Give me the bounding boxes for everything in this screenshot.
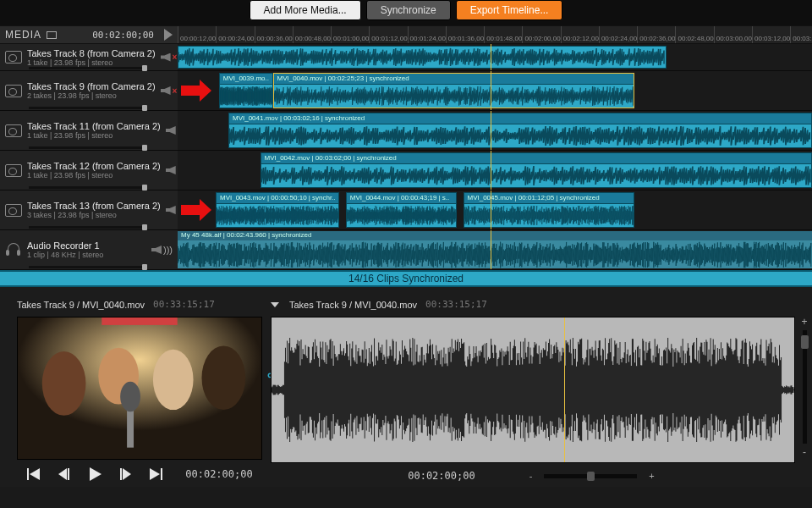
volume-slider[interactable] — [29, 186, 147, 189]
ruler-tick: 00:01:24,00 — [408, 26, 446, 43]
video-clip[interactable]: MVI_0044.mov | 00:00:43;19 | s.. — [346, 192, 457, 228]
video-thumbnail[interactable] — [17, 317, 262, 460]
step-back-button[interactable] — [57, 467, 72, 482]
video-clip[interactable]: MVI_0039.mo.. — [219, 73, 273, 108]
svg-marker-10 — [58, 468, 67, 480]
track-name: Audio Recorder 1 — [27, 240, 103, 251]
track-name: Takes Track 8 (from Camera 2) — [27, 48, 156, 58]
timeline-playhead[interactable] — [491, 71, 491, 110]
h-zoom-slider[interactable] — [544, 474, 637, 478]
video-clip[interactable]: MVI_0043.mov | 00:00:50;10 | synchr.. — [216, 192, 339, 228]
go-end-button[interactable] — [148, 467, 163, 482]
track-lane[interactable]: MVI_0042.mov | 00:03:02;00 | synchronize… — [178, 151, 812, 190]
preview-panel: Takes Track 9 / MVI_0040.mov 00:33:15;17 — [0, 287, 812, 487]
track-lane[interactable] — [178, 44, 812, 70]
ruler-tick: 00:01:12,00 — [369, 26, 407, 43]
speaker-icon — [166, 166, 176, 174]
track-meta: 2 takes | 23.98 fps | stereo — [27, 91, 156, 100]
track-row: Takes Track 8 (from Camera 2)1 take | 23… — [0, 44, 812, 71]
track-lane[interactable]: MVI_0041.mov | 00:03:02;16 | synchronize… — [178, 111, 812, 150]
track-row: Audio Recorder 11 clip | 48 KHz | stereo… — [0, 230, 812, 270]
video-clip[interactable]: MVI_0041.mov | 00:03:02;16 | synchronize… — [228, 113, 812, 148]
timeline-playhead[interactable] — [491, 44, 491, 70]
preview-left-tc: 00:33:15;17 — [153, 299, 215, 310]
timeline-playhead[interactable] — [491, 111, 491, 150]
video-clip[interactable]: MVI_0042.mov | 00:03:02;00 | synchronize… — [261, 152, 813, 188]
track-header[interactable]: Takes Track 8 (from Camera 2)1 take | 23… — [0, 44, 178, 70]
transport-right-tc: 00:02:00;00 — [408, 470, 475, 482]
collapse-icon[interactable] — [271, 302, 279, 307]
synchronize-button[interactable]: Synchronize — [366, 0, 451, 20]
header-timecode: 00:02:00;00 — [92, 30, 154, 41]
speaker-icon — [166, 206, 176, 214]
volume-slider[interactable] — [29, 67, 147, 69]
ruler-tick: 00:00:24,00 — [216, 26, 254, 43]
video-clip[interactable] — [178, 46, 667, 69]
export-timeline-button[interactable]: Export Timeline... — [456, 0, 563, 20]
v-zoom-out-button[interactable]: - — [799, 446, 809, 458]
go-start-button[interactable] — [26, 467, 41, 482]
transport-right: 00:02:00;00 - + — [271, 470, 795, 482]
zoom-out-button[interactable]: - — [526, 471, 536, 481]
play-button[interactable] — [164, 29, 173, 41]
track-header[interactable]: Audio Recorder 11 clip | 48 KHz | stereo… — [0, 230, 178, 269]
timeline-playhead[interactable] — [491, 230, 491, 269]
media-label: MEDIA — [5, 29, 41, 41]
camera-icon — [5, 124, 22, 137]
muted-icon: × — [173, 52, 178, 62]
svg-rect-7 — [102, 318, 177, 325]
camera-icon — [5, 204, 22, 217]
time-ruler[interactable]: 00:00:12,0000:00:24,0000:00:36,0000:00:4… — [178, 26, 812, 43]
monitor-icon[interactable] — [47, 31, 57, 39]
clip-label: My 45 48k.aif | 00:02:43.960 | synchroni… — [178, 231, 812, 240]
preview-right-title: Takes Track 9 / MVI_0040.mov — [289, 300, 417, 310]
video-clip[interactable]: MVI_0045.mov | 00:01:12;05 | synchronize… — [464, 192, 635, 228]
svg-marker-9 — [30, 468, 40, 480]
add-media-button[interactable]: Add More Media... — [250, 0, 361, 20]
svg-marker-12 — [90, 467, 102, 481]
clip-label: MVI_0041.mov | 00:03:02;16 | synchronize… — [229, 113, 811, 124]
track-meta: 1 take | 23.98 fps | stereo — [27, 171, 161, 179]
video-clip[interactable]: MVI_0040.mov | 00:02:25;23 | synchronize… — [273, 73, 635, 108]
mute-button[interactable]: ))) — [151, 245, 173, 255]
track-lane[interactable]: MVI_0043.mov | 00:00:50;10 | synchr..MVI… — [178, 190, 812, 229]
ruler-tick: 00:01:48,00 — [484, 26, 522, 43]
volume-slider[interactable] — [29, 266, 147, 268]
clip-label: MVI_0045.mov | 00:01:12;05 | synchronize… — [464, 193, 634, 204]
volume-slider[interactable] — [29, 107, 147, 109]
track-row: Takes Track 11 (from Camera 2)1 take | 2… — [0, 111, 812, 151]
sound-icon: ))) — [163, 245, 173, 255]
ruler-tick: 00:00:36,00 — [255, 26, 293, 43]
audio-clip[interactable]: My 45 48k.aif | 00:02:43.960 | synchroni… — [178, 231, 812, 268]
volume-slider[interactable] — [29, 226, 147, 229]
track-header[interactable]: Takes Track 11 (from Camera 2)1 take | 2… — [0, 111, 178, 150]
ruler-tick: 00:03:24,00 — [790, 26, 812, 43]
v-zoom-in-button[interactable]: + — [798, 316, 811, 328]
camera-icon — [5, 85, 22, 97]
timeline-playhead[interactable] — [491, 190, 491, 229]
waveform-playhead[interactable] — [564, 318, 565, 462]
v-zoom-slider[interactable]: + - — [800, 316, 809, 458]
track-name: Takes Track 9 (from Camera 2) — [27, 81, 156, 91]
track-lane[interactable]: MVI_0039.mo..MVI_0040.mov | 00:02:25;23 … — [178, 71, 812, 110]
svg-rect-16 — [161, 468, 162, 480]
svg-marker-14 — [123, 468, 131, 480]
track-lane[interactable]: My 45 48k.aif | 00:02:43.960 | synchroni… — [178, 230, 812, 269]
speaker-icon — [151, 246, 162, 254]
zoom-in-button[interactable]: + — [645, 471, 657, 481]
volume-slider[interactable] — [29, 146, 147, 149]
track-header[interactable]: Takes Track 12 (from Camera 2)1 take | 2… — [0, 151, 178, 190]
timeline-playhead[interactable] — [491, 151, 491, 190]
step-fwd-button[interactable] — [118, 467, 133, 482]
track-header[interactable]: Takes Track 13 (from Camera 2)3 takes | … — [0, 190, 178, 229]
muted-icon: × — [173, 86, 178, 96]
mute-button[interactable]: × — [161, 86, 178, 96]
track-name: Takes Track 13 (from Camera 2) — [27, 201, 161, 211]
waveform-preview[interactable] — [271, 317, 795, 463]
play-button-transport[interactable] — [87, 467, 102, 482]
mute-button[interactable]: × — [161, 52, 178, 62]
svg-point-1 — [42, 351, 86, 416]
track-header[interactable]: Takes Track 9 (from Camera 2)2 takes | 2… — [0, 71, 178, 110]
track-meta: 1 clip | 48 KHz | stereo — [27, 251, 103, 259]
media-header: MEDIA 00:02:00;00 00:00:12,0000:00:24,00… — [0, 25, 812, 44]
